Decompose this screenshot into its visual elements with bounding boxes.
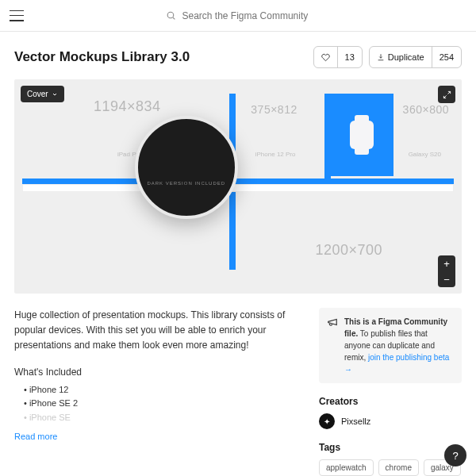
dim-label: 360×800	[403, 103, 449, 116]
svg-line-3	[443, 95, 446, 98]
zoom-controls: + −	[438, 255, 455, 287]
expand-icon	[443, 90, 451, 99]
dim-label: 375×812	[251, 103, 297, 116]
search-input[interactable]	[182, 10, 325, 21]
svg-line-2	[447, 91, 450, 94]
heart-icon	[321, 53, 330, 62]
page-title: Vector Mockups Library 3.0	[14, 49, 190, 65]
duplicate-button[interactable]: Duplicate 254	[369, 46, 462, 68]
tag[interactable]: applewatch	[319, 459, 374, 476]
list-item: iPhone SE	[24, 411, 300, 425]
menu-button[interactable]	[10, 10, 24, 21]
like-button[interactable]: 13	[313, 46, 363, 68]
creators-heading: Creators	[319, 396, 462, 407]
creator-row[interactable]: ✦ Pixsellz	[319, 413, 462, 429]
zoom-in-button[interactable]: +	[438, 255, 455, 271]
cover-dropdown[interactable]: Cover	[21, 86, 64, 102]
community-notice: This is a Figma Community file. To publi…	[319, 308, 462, 383]
expand-button[interactable]	[438, 86, 455, 103]
search-container	[24, 10, 466, 21]
svg-point-0	[167, 12, 174, 18]
svg-line-1	[173, 17, 175, 19]
lens-caption: DARK VERSION INCLUDED	[147, 181, 225, 186]
search-icon	[166, 10, 176, 21]
tags-heading: Tags	[319, 442, 462, 453]
avatar: ✦	[319, 413, 335, 429]
duplicate-label: Duplicate	[388, 52, 424, 62]
megaphone-icon	[327, 317, 338, 328]
whats-included-heading: What's Included	[14, 365, 300, 380]
chevron-down-icon	[52, 91, 58, 98]
zoom-out-button[interactable]: −	[438, 271, 455, 287]
list-item: iPhone 12	[24, 383, 300, 397]
cover-label: Cover	[27, 90, 48, 98]
preview-artboard: 1194×834 375×812 360×800 1200×700 iPad P…	[22, 94, 454, 270]
help-button[interactable]: ?	[444, 444, 466, 466]
device-label: Galaxy S20	[409, 151, 441, 158]
download-icon	[377, 53, 385, 61]
duplicate-count: 254	[432, 47, 461, 67]
dim-label: 1194×834	[94, 98, 161, 115]
tag[interactable]: chrome	[378, 459, 419, 476]
like-count: 13	[337, 47, 362, 67]
dim-label: 1200×700	[315, 242, 382, 259]
device-label: iPhone 12 Pro	[255, 151, 296, 158]
canvas-preview[interactable]: Cover + − 1194×834 375×812 360×800 1200×…	[14, 79, 462, 294]
list-item: iPhone SE 2	[24, 397, 300, 411]
read-more-link[interactable]: Read more	[14, 430, 57, 444]
description-text: Huge collection of presentation mockups.…	[14, 308, 300, 354]
creator-name: Pixsellz	[341, 416, 370, 426]
magnifier-lens: DARK VERSION INCLUDED	[135, 116, 238, 219]
